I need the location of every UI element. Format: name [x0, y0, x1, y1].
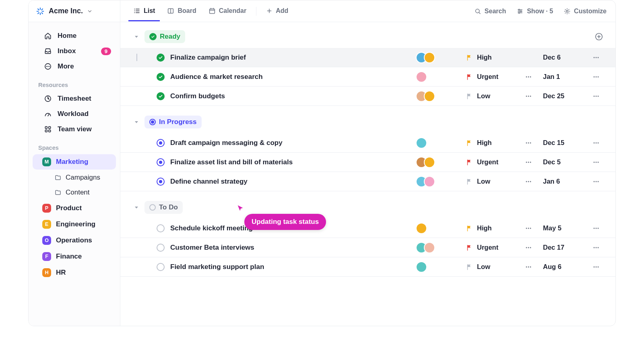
row-actions-button[interactable] [589, 139, 603, 147]
customize-button[interactable]: Customize [564, 8, 607, 15]
task-row[interactable]: Customer Beta interviewsUrgentDec 17 [120, 238, 615, 257]
task-priority[interactable]: High [466, 139, 514, 147]
task-priority[interactable]: High [466, 224, 514, 232]
task-row[interactable]: Finalize asset list and bill of material… [120, 153, 615, 172]
group-collapse-toggle[interactable] [133, 33, 140, 40]
status-in-progress-icon[interactable] [157, 139, 165, 147]
assignees[interactable] [416, 261, 460, 273]
assignees[interactable] [416, 137, 460, 149]
row-more-button[interactable] [520, 263, 537, 271]
row-more-button[interactable] [520, 178, 537, 186]
status-done-icon[interactable] [157, 73, 165, 81]
assignees[interactable] [416, 223, 460, 234]
row-actions-button[interactable] [589, 178, 603, 186]
task-date[interactable]: Dec 5 [543, 158, 583, 166]
workspace-switcher[interactable]: Acme Inc. [29, 0, 120, 22]
row-more-button[interactable] [520, 92, 537, 100]
task-priority[interactable]: Low [466, 178, 514, 185]
folder-content[interactable]: Content [33, 185, 116, 200]
clock-icon [44, 95, 52, 103]
row-actions-button[interactable] [589, 158, 603, 166]
task-date[interactable]: Dec 15 [543, 139, 583, 147]
nav-workload[interactable]: Workload [32, 107, 117, 121]
task-date[interactable]: Dec 25 [543, 92, 583, 100]
folder-campaigns[interactable]: Campaigns [33, 170, 116, 185]
status-todo-icon[interactable] [157, 263, 165, 271]
task-group-ready: ReadyFinalize campaign briefHighDec 6Aud… [120, 22, 615, 108]
task-date[interactable]: Jan 6 [543, 178, 583, 185]
assignees[interactable] [416, 157, 460, 168]
row-more-button[interactable] [520, 244, 537, 252]
status-in-progress-icon[interactable] [157, 178, 165, 186]
assignees[interactable] [416, 91, 460, 102]
task-row[interactable]: Define channel strategyLowJan 6 [120, 172, 615, 191]
group-collapse-toggle[interactable] [133, 204, 140, 211]
row-select-checkbox[interactable] [136, 54, 137, 61]
view-list-tab[interactable]: List [128, 1, 160, 21]
task-date[interactable]: May 5 [543, 224, 583, 232]
gauge-icon [44, 110, 52, 118]
task-priority[interactable]: High [466, 54, 514, 61]
group-label: In Progress [159, 118, 197, 126]
task-row[interactable]: Audience & market researchUrgentJan 1 [120, 67, 615, 87]
space-badge-engineering: E [42, 220, 51, 229]
nav-team-view[interactable]: Team view [32, 122, 117, 137]
space-marketing[interactable]: M Marketing [33, 154, 116, 170]
row-more-button[interactable] [520, 158, 537, 166]
task-priority[interactable]: Urgent [466, 73, 514, 81]
row-more-button[interactable] [520, 73, 537, 81]
space-hr[interactable]: H HR [33, 265, 116, 280]
task-row[interactable]: Field marketing support planLowAug 6 [120, 257, 615, 277]
nav-inbox[interactable]: Inbox 9 [32, 44, 117, 58]
nav-timesheet[interactable]: Timesheet [32, 91, 117, 106]
status-in-progress-icon[interactable] [157, 158, 165, 166]
search-button[interactable]: Search [474, 8, 506, 15]
space-badge-marketing: M [42, 157, 51, 166]
group-collapse-toggle[interactable] [133, 119, 140, 125]
task-date[interactable]: Jan 1 [543, 73, 583, 81]
space-engineering[interactable]: E Engineering [33, 217, 116, 232]
group-status-pill[interactable]: To Do [144, 201, 183, 214]
task-priority[interactable]: Low [466, 263, 514, 271]
task-row[interactable]: Schedule kickoff meetingHighMay 5 [120, 219, 615, 238]
row-more-button[interactable] [520, 224, 537, 232]
group-status-pill[interactable]: In Progress [144, 116, 202, 128]
row-actions-button[interactable] [589, 73, 603, 81]
status-done-icon[interactable] [157, 54, 165, 62]
row-actions-button[interactable] [589, 244, 603, 252]
task-date[interactable]: Dec 6 [543, 54, 583, 61]
task-row[interactable]: Confirm budgetsLowDec 25 [120, 87, 615, 106]
nav-home[interactable]: Home [32, 29, 117, 43]
task-priority[interactable]: Urgent [466, 158, 514, 166]
task-priority[interactable]: Urgent [466, 244, 514, 251]
view-calendar-tab[interactable]: Calendar [204, 1, 251, 21]
status-todo-icon[interactable] [157, 224, 165, 232]
task-priority[interactable]: Low [466, 92, 514, 100]
space-operations[interactable]: O Operations [33, 233, 116, 248]
status-done-icon[interactable] [157, 92, 165, 100]
row-more-button[interactable] [520, 139, 537, 147]
row-actions-button[interactable] [589, 54, 603, 62]
status-todo-icon[interactable] [157, 244, 165, 252]
space-finance[interactable]: F Finance [33, 249, 116, 264]
add-view-button[interactable]: Add [261, 1, 293, 21]
task-row[interactable]: Draft campaign messaging & copyHighDec 1… [120, 133, 615, 153]
assignees[interactable] [416, 71, 460, 83]
task-title: Draft campaign messaging & copy [170, 139, 410, 147]
flag-icon [466, 178, 473, 185]
space-product[interactable]: P Product [33, 201, 116, 216]
assignees[interactable] [416, 176, 460, 187]
view-board-tab[interactable]: Board [162, 1, 201, 21]
task-date[interactable]: Aug 6 [543, 263, 583, 271]
group-status-pill[interactable]: Ready [144, 30, 185, 43]
assignees[interactable] [416, 242, 460, 253]
nav-more[interactable]: More [32, 59, 117, 74]
task-row[interactable]: Finalize campaign briefHighDec 6 [120, 48, 615, 67]
row-actions-button[interactable] [589, 92, 603, 100]
assignees[interactable] [416, 52, 460, 63]
add-task-button[interactable] [594, 32, 603, 41]
row-actions-button[interactable] [589, 224, 603, 232]
row-actions-button[interactable] [589, 263, 603, 271]
show-button[interactable]: Show · 5 [516, 8, 553, 15]
task-date[interactable]: Dec 17 [543, 244, 583, 251]
